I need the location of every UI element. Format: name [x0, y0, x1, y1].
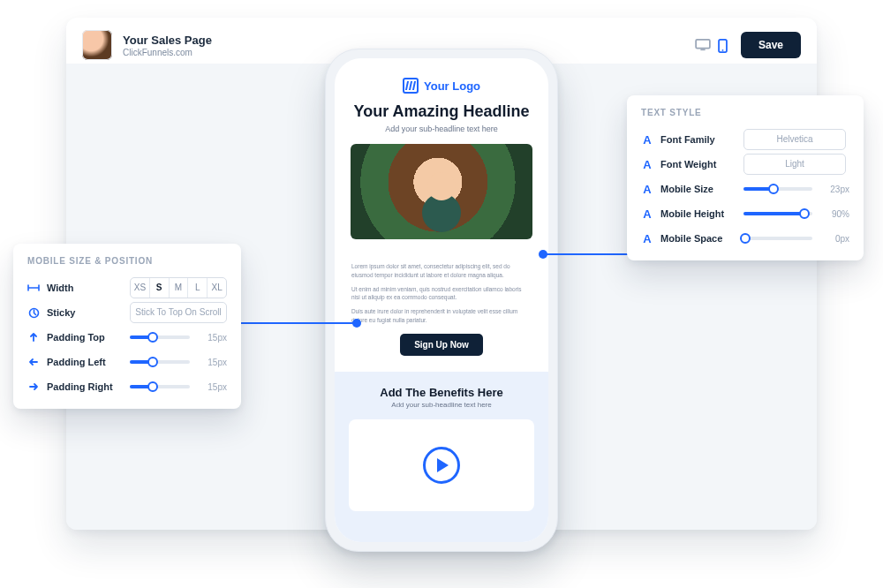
padding-top-label: Padding Top [47, 332, 123, 343]
font-family-label: Font Family [660, 134, 736, 145]
padding-left-label: Padding Left [47, 357, 123, 367]
width-s[interactable]: S [150, 278, 170, 298]
width-xs[interactable]: XS [131, 278, 150, 298]
connector-dot [352, 319, 361, 328]
mobile-space-slider[interactable] [743, 237, 812, 240]
mobile-space-value: 0px [819, 234, 849, 244]
sticky-select[interactable]: Stick To Top On Scroll [130, 302, 227, 323]
padding-top-row: Padding Top 15px [27, 326, 227, 349]
mobile-size-panel[interactable]: MOBILE SIZE & POSITION Width XS S M L XL… [13, 244, 241, 409]
width-xl[interactable]: XL [208, 278, 226, 298]
panel-title: MOBILE SIZE & POSITION [27, 256, 227, 266]
page-subtitle: ClickFunnels.com [123, 48, 212, 57]
width-row: Width XS S M L XL [27, 276, 227, 299]
sticky-row: Sticky Stick To Top On Scroll [27, 301, 227, 324]
padding-right-label: Padding Right [47, 381, 123, 392]
mobile-size-row: A Mobile Size 23px [641, 177, 849, 200]
body-text[interactable]: Lorem ipsum dolor sit amet, consectetur … [335, 262, 548, 325]
arrow-up-icon [27, 332, 40, 343]
text-style-panel[interactable]: TEXT STYLE A Font Family Helvetica A Fon… [627, 95, 864, 260]
arrow-left-icon [27, 357, 40, 367]
padding-left-slider[interactable] [130, 360, 190, 364]
font-weight-row: A Font Weight Light [641, 153, 849, 176]
padding-right-slider[interactable] [130, 385, 190, 388]
user-avatar[interactable] [82, 30, 112, 60]
sub-headline[interactable]: Add your sub-headline text here [351, 124, 532, 133]
video-card[interactable] [349, 419, 534, 511]
font-icon: A [641, 232, 653, 245]
page-title: Your Sales Page [123, 34, 212, 47]
logo-icon [403, 78, 419, 94]
mobile-height-value: 90% [819, 209, 849, 219]
benefits-section[interactable]: Add The Benefits Here Add your sub-headl… [335, 372, 548, 543]
width-icon [27, 283, 40, 293]
font-family-select[interactable]: Helvetica [743, 129, 846, 150]
arrow-right-icon [27, 381, 40, 392]
mobile-height-slider[interactable] [743, 212, 812, 215]
width-m[interactable]: M [170, 278, 189, 298]
padding-left-row: Padding Left 15px [27, 351, 227, 373]
padding-left-value: 15px [197, 358, 227, 367]
hero-image[interactable] [351, 144, 532, 239]
sticky-label: Sticky [47, 307, 123, 318]
mobile-size-label: Mobile Size [660, 184, 736, 194]
phone-screen[interactable]: Your Logo Your Amazing Headline Add your… [335, 58, 548, 542]
logo-text: Your Logo [424, 79, 480, 93]
panel-title: TEXT STYLE [641, 108, 849, 117]
padding-right-value: 15px [197, 382, 227, 392]
padding-top-slider[interactable] [130, 335, 190, 339]
font-weight-select[interactable]: Light [743, 154, 846, 175]
cta-button[interactable]: Sign Up Now [400, 334, 483, 356]
mobile-height-label: Mobile Height [660, 208, 736, 219]
mobile-size-value: 23px [819, 185, 849, 194]
paragraph: Lorem ipsum dolor sit amet, consectetur … [351, 262, 532, 280]
desktop-icon[interactable] [695, 39, 709, 51]
benefits-title[interactable]: Add The Benefits Here [347, 386, 536, 399]
mobile-height-row: A Mobile Height 90% [641, 202, 849, 225]
svg-point-3 [722, 49, 724, 51]
padding-right-row: Padding Right 15px [27, 375, 227, 398]
mobile-space-row: A Mobile Space 0px [641, 227, 849, 250]
width-l[interactable]: L [188, 278, 208, 298]
header-actions: Save [695, 32, 801, 58]
font-icon: A [641, 133, 653, 147]
svg-rect-1 [700, 49, 705, 50]
font-icon: A [641, 158, 653, 171]
width-segmented[interactable]: XS S M L XL [130, 277, 227, 298]
page-meta: Your Sales Page ClickFunnels.com [123, 34, 212, 57]
save-button[interactable]: Save [741, 32, 801, 58]
paragraph: Duis aute irure dolor in reprehenderit i… [351, 307, 532, 325]
hero-section[interactable]: Your Logo Your Amazing Headline Add your… [335, 58, 548, 253]
connector-line [547, 253, 628, 255]
mobile-space-label: Mobile Space [660, 233, 736, 244]
phone-preview: Your Logo Your Amazing Headline Add your… [325, 49, 558, 552]
mobile-size-slider[interactable] [743, 187, 812, 191]
paragraph: Ut enim ad minim veniam, quis nostrud ex… [351, 285, 532, 303]
padding-top-value: 15px [197, 333, 227, 343]
font-icon: A [641, 207, 653, 221]
svg-rect-0 [696, 40, 710, 49]
connector-line [240, 322, 353, 324]
benefits-sub[interactable]: Add your sub-headline text here [347, 401, 536, 409]
mobile-icon[interactable] [718, 39, 732, 51]
width-label: Width [47, 283, 123, 293]
font-family-row: A Font Family Helvetica [641, 128, 849, 151]
font-weight-label: Font Weight [660, 159, 736, 170]
logo[interactable]: Your Logo [351, 78, 532, 94]
play-icon[interactable] [423, 447, 460, 484]
font-icon: A [641, 183, 653, 196]
sticky-icon [27, 307, 40, 319]
headline[interactable]: Your Amazing Headline [351, 102, 532, 121]
